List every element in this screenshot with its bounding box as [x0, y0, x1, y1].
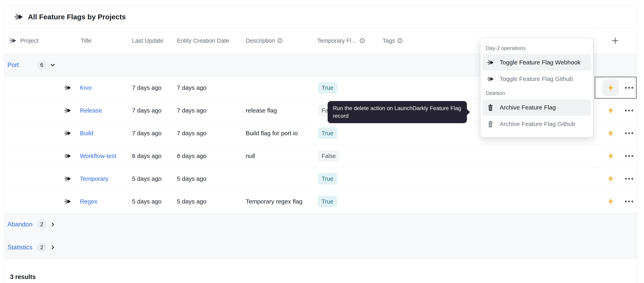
- creation-date-value: 7 days ago: [177, 84, 206, 91]
- menu-section-deletion: Deletion: [480, 87, 593, 99]
- last-update-value: 6 days ago: [132, 152, 162, 160]
- menu-item-label: Toggle Feature Flag Github: [500, 76, 573, 82]
- row-actions-cell: [593, 168, 637, 190]
- menu-item-toggle-feature-flag-webhook[interactable]: Toggle Feature Flag Webhook: [482, 54, 591, 71]
- badge-true: True: [318, 128, 337, 139]
- actions-dropdown-menu: Day-2 operations Toggle Feature Flag Web…: [480, 38, 593, 137]
- menu-item-label: Toggle Feature Flag Webhook: [500, 59, 580, 66]
- menu-section-day2-operations: Day-2 operations: [480, 42, 593, 54]
- more-actions-button[interactable]: [624, 82, 634, 94]
- temporary-flag-badge: True: [318, 82, 337, 94]
- row-actions-cell: [593, 190, 637, 213]
- group-link-statistics[interactable]: Statistics: [8, 244, 32, 251]
- info-icon[interactable]: [277, 38, 283, 43]
- chevron-right-icon[interactable]: [49, 221, 56, 228]
- badge-true: True: [318, 173, 337, 184]
- info-icon[interactable]: [397, 38, 403, 43]
- more-actions-button[interactable]: [624, 127, 634, 139]
- entity-arrow-icon: [64, 175, 71, 182]
- group-link-abandon[interactable]: Abandon: [8, 221, 32, 228]
- column-header-temporary-flag-label: Temporary Fl…: [317, 37, 357, 44]
- group-count-badge: 2: [37, 220, 46, 229]
- column-header-temporary-flag[interactable]: Temporary Fl…: [317, 37, 365, 44]
- temporary-flag-badge: True: [318, 173, 337, 184]
- page-title: All Feature Flags by Projects: [28, 13, 126, 21]
- last-update-value: 7 days ago: [132, 84, 162, 91]
- description-value: Temporary regex flag: [246, 198, 302, 205]
- port-arrow-icon: [14, 12, 23, 21]
- badge-false: False: [318, 150, 340, 162]
- column-header-tags[interactable]: Tags: [382, 37, 403, 44]
- chevron-down-icon[interactable]: [49, 62, 56, 68]
- run-action-button[interactable]: [602, 102, 619, 119]
- entity-arrow-icon: [64, 198, 71, 205]
- entity-link[interactable]: Release: [80, 107, 102, 114]
- group-row-statistics: Statistics 2: [4, 236, 637, 259]
- results-count: 3 results: [10, 273, 36, 280]
- creation-date-value: 7 days ago: [177, 107, 206, 114]
- menu-item-archive-feature-flag[interactable]: Archive Feature Flag: [482, 99, 591, 116]
- run-action-button[interactable]: [602, 79, 619, 96]
- table-row: Workflow-test 6 days ago 6 days ago null…: [4, 145, 637, 168]
- trash-icon: [487, 104, 494, 111]
- entity-link[interactable]: Regex: [80, 198, 98, 205]
- run-action-button[interactable]: [602, 170, 619, 187]
- info-icon[interactable]: [360, 38, 365, 43]
- run-action-button[interactable]: [602, 148, 619, 164]
- column-header-entity-creation-date[interactable]: Entity Creation Date: [177, 37, 229, 44]
- column-header-title[interactable]: Title: [81, 37, 92, 44]
- run-action-button[interactable]: [602, 125, 619, 142]
- last-update-value: 7 days ago: [132, 107, 162, 114]
- tooltip-text: Run the delete action on LaunchDarkly Fe…: [333, 105, 461, 119]
- table-row: Temporary 5 days ago 5 days ago True: [4, 168, 637, 190]
- group-count-badge: 2: [37, 242, 46, 252]
- port-arrow-icon: [487, 76, 494, 82]
- last-update-value: 5 days ago: [132, 175, 162, 182]
- title-bar: All Feature Flags by Projects: [4, 6, 637, 28]
- more-actions-button[interactable]: [624, 104, 634, 116]
- description-value: null: [246, 152, 255, 160]
- creation-date-value: 7 days ago: [177, 130, 206, 137]
- group-count-badge: 6: [37, 60, 46, 70]
- group-row-abandon: Abandon 2: [4, 213, 637, 236]
- row-actions-cell-selected: [593, 76, 637, 99]
- trash-icon: [487, 120, 494, 128]
- menu-item-label: Archive Feature Flag Github: [500, 120, 575, 128]
- temporary-flag-badge: True: [318, 128, 337, 139]
- entity-link[interactable]: Kivo: [80, 84, 92, 91]
- creation-date-value: 5 days ago: [177, 175, 206, 182]
- temporary-flag-badge: True: [318, 196, 337, 207]
- group-link-port[interactable]: Port: [8, 62, 19, 69]
- entity-arrow-icon: [64, 152, 71, 160]
- more-actions-button[interactable]: [624, 196, 634, 208]
- last-update-value: 7 days ago: [132, 130, 162, 137]
- description-value: Build flag for port io: [246, 130, 298, 137]
- table-footer: 3 results: [4, 259, 637, 283]
- run-action-button[interactable]: [602, 193, 619, 210]
- more-actions-button[interactable]: [624, 150, 634, 162]
- column-header-project[interactable]: Project: [20, 37, 38, 44]
- entity-link[interactable]: Workflow-test: [80, 152, 116, 160]
- project-arrow-icon: [9, 37, 16, 44]
- entity-arrow-icon: [64, 84, 71, 92]
- temporary-flag-badge: False: [318, 150, 340, 162]
- menu-item-label: Archive Feature Flag: [500, 104, 556, 111]
- column-header-last-update[interactable]: Last Update: [132, 37, 164, 44]
- chevron-right-icon[interactable]: [49, 244, 56, 251]
- description-value: release flag: [246, 107, 277, 114]
- badge-true: True: [318, 196, 337, 207]
- column-header-description-label: Description: [246, 37, 275, 44]
- entity-link[interactable]: Build: [80, 130, 94, 137]
- last-update-value: 5 days ago: [132, 198, 162, 205]
- entity-arrow-icon: [64, 107, 71, 114]
- menu-item-toggle-feature-flag-github[interactable]: Toggle Feature Flag Github: [482, 71, 591, 87]
- entity-arrow-icon: [64, 130, 71, 137]
- more-actions-button[interactable]: [624, 173, 634, 185]
- row-actions-cell: [593, 99, 637, 122]
- entity-link[interactable]: Temporary: [80, 175, 108, 182]
- port-arrow-icon: [487, 59, 494, 66]
- add-column-button[interactable]: [611, 36, 620, 45]
- menu-item-archive-feature-flag-github[interactable]: Archive Feature Flag Github: [482, 116, 591, 132]
- column-header-description[interactable]: Description: [246, 37, 283, 44]
- badge-true: True: [318, 82, 337, 94]
